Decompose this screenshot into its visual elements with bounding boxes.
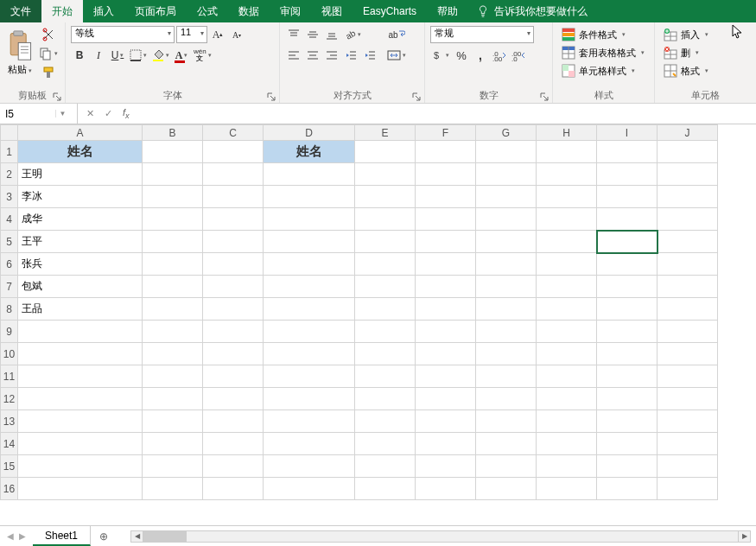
- cell-H11[interactable]: [537, 365, 597, 388]
- cell-G7[interactable]: [476, 276, 537, 298]
- paste-button[interactable]: 粘贴: [5, 26, 34, 79]
- col-header-J[interactable]: J: [658, 125, 718, 141]
- cell-G9[interactable]: [476, 321, 537, 343]
- cell-C8[interactable]: [203, 298, 264, 321]
- cell-I16[interactable]: [597, 478, 658, 500]
- alignment-launcher-icon[interactable]: [412, 92, 421, 101]
- cell-D7[interactable]: [264, 276, 355, 298]
- cell-C11[interactable]: [203, 365, 264, 388]
- tab-review[interactable]: 审阅: [270, 0, 311, 22]
- comma-button[interactable]: ,: [472, 47, 489, 64]
- cell-F16[interactable]: [416, 478, 476, 500]
- cell-J14[interactable]: [658, 433, 718, 455]
- cell-J12[interactable]: [658, 388, 718, 410]
- cell-B2[interactable]: [143, 163, 203, 186]
- cell-A3[interactable]: 李冰: [18, 186, 143, 208]
- cell-I8[interactable]: [597, 298, 658, 321]
- cell-A13[interactable]: [18, 410, 143, 433]
- cell-D3[interactable]: [264, 186, 355, 208]
- cell-D2[interactable]: [264, 163, 355, 186]
- cell-E11[interactable]: [355, 365, 416, 388]
- horizontal-scrollbar[interactable]: ◀ ▶: [130, 530, 751, 543]
- cell-G10[interactable]: [476, 343, 537, 365]
- col-header-C[interactable]: C: [203, 125, 264, 141]
- format-painter-button[interactable]: [37, 64, 60, 81]
- cell-H3[interactable]: [537, 186, 597, 208]
- sheet-nav-prev[interactable]: ◀: [7, 531, 14, 541]
- decrease-indent-button[interactable]: [342, 47, 359, 64]
- cell-H8[interactable]: [537, 298, 597, 321]
- cell-C5[interactable]: [203, 231, 264, 253]
- cell-E4[interactable]: [355, 208, 416, 231]
- cell-A16[interactable]: [18, 478, 143, 500]
- font-size-select[interactable]: 11: [176, 26, 207, 43]
- cell-H6[interactable]: [537, 253, 597, 276]
- increase-decimal-button[interactable]: .0.00: [491, 47, 508, 64]
- col-header-I[interactable]: I: [597, 125, 658, 141]
- cell-C9[interactable]: [203, 321, 264, 343]
- cell-G2[interactable]: [476, 163, 537, 186]
- cell-D9[interactable]: [264, 321, 355, 343]
- cell-J16[interactable]: [658, 478, 718, 500]
- scroll-thumb[interactable]: [143, 531, 187, 542]
- scroll-right-button[interactable]: ▶: [738, 531, 750, 542]
- cell-I4[interactable]: [597, 208, 658, 231]
- cell-A1[interactable]: 姓名: [18, 141, 143, 163]
- conditional-format-button[interactable]: 条件格式: [558, 26, 649, 43]
- italic-button[interactable]: I: [90, 47, 107, 64]
- increase-font-button[interactable]: A▴: [209, 26, 226, 43]
- col-header-D[interactable]: D: [264, 125, 355, 141]
- cell-J13[interactable]: [658, 410, 718, 433]
- row-header[interactable]: 16: [1, 478, 18, 500]
- align-left-button[interactable]: [285, 47, 302, 64]
- cell-A12[interactable]: [18, 388, 143, 410]
- cell-A7[interactable]: 包斌: [18, 276, 143, 298]
- clipboard-launcher-icon[interactable]: [53, 92, 61, 101]
- sheet-tab-active[interactable]: Sheet1: [33, 526, 91, 546]
- cell-B13[interactable]: [143, 410, 203, 433]
- cell-B3[interactable]: [143, 186, 203, 208]
- cell-B15[interactable]: [143, 455, 203, 478]
- cell-C16[interactable]: [203, 478, 264, 500]
- decrease-font-button[interactable]: A▾: [228, 26, 245, 43]
- cell-C15[interactable]: [203, 455, 264, 478]
- select-all-corner[interactable]: [1, 125, 18, 141]
- cell-D10[interactable]: [264, 343, 355, 365]
- cell-F9[interactable]: [416, 321, 476, 343]
- cell-B14[interactable]: [143, 433, 203, 455]
- cell-C2[interactable]: [203, 163, 264, 186]
- tell-me[interactable]: 告诉我你想要做什么: [468, 0, 596, 22]
- cell-F15[interactable]: [416, 455, 476, 478]
- tab-formulas[interactable]: 公式: [187, 0, 228, 22]
- cell-J7[interactable]: [658, 276, 718, 298]
- cell-E13[interactable]: [355, 410, 416, 433]
- tab-easycharts[interactable]: EasyCharts: [353, 0, 427, 22]
- row-header[interactable]: 14: [1, 433, 18, 455]
- cell-J4[interactable]: [658, 208, 718, 231]
- cell-D5[interactable]: [264, 231, 355, 253]
- cell-F10[interactable]: [416, 343, 476, 365]
- cell-I13[interactable]: [597, 410, 658, 433]
- cell-I14[interactable]: [597, 433, 658, 455]
- insert-function-button[interactable]: fx: [123, 107, 130, 120]
- cell-I5[interactable]: [597, 231, 658, 253]
- tab-view[interactable]: 视图: [311, 0, 353, 22]
- font-name-select[interactable]: 等线: [71, 26, 175, 43]
- cell-G13[interactable]: [476, 410, 537, 433]
- cell-E12[interactable]: [355, 388, 416, 410]
- cell-C13[interactable]: [203, 410, 264, 433]
- cell-E1[interactable]: [355, 141, 416, 163]
- cell-C4[interactable]: [203, 208, 264, 231]
- tab-help[interactable]: 帮助: [427, 0, 468, 22]
- phonetic-button[interactable]: wén文: [192, 47, 213, 64]
- align-top-button[interactable]: [285, 26, 302, 43]
- cell-G6[interactable]: [476, 253, 537, 276]
- row-header[interactable]: 5: [1, 231, 18, 253]
- row-header[interactable]: 11: [1, 365, 18, 388]
- cell-A5[interactable]: 王平: [18, 231, 143, 253]
- underline-button[interactable]: U: [109, 47, 126, 64]
- cell-J11[interactable]: [658, 365, 718, 388]
- row-header[interactable]: 15: [1, 455, 18, 478]
- row-header[interactable]: 10: [1, 343, 18, 365]
- cell-B5[interactable]: [143, 231, 203, 253]
